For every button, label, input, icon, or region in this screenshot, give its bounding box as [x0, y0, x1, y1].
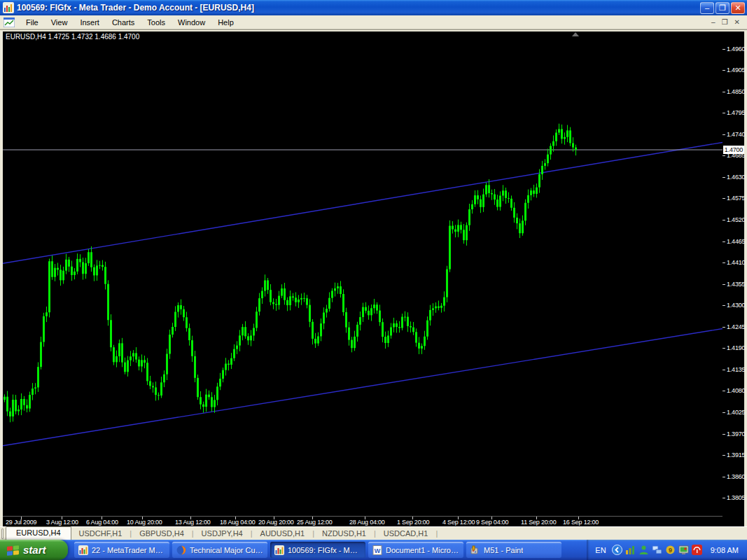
metatrader-icon [78, 545, 88, 555]
candle-body [202, 405, 204, 407]
candle-body [169, 335, 171, 354]
time-axis[interactable]: 29 Jul 20093 Aug 12:006 Aug 04:0010 Aug … [3, 516, 722, 527]
candle-body [99, 265, 101, 266]
price-tick [722, 284, 725, 285]
candle-body [85, 263, 87, 274]
menu-file[interactable]: File [20, 17, 45, 28]
chart-tab-eurusd[interactable]: EURUSD,H4 [6, 526, 71, 540]
chart-window-icon[interactable] [4, 18, 15, 27]
candlestick-plot[interactable] [3, 31, 722, 516]
candle-body [527, 195, 529, 203]
candle-body [550, 146, 552, 154]
mdi-restore-button[interactable]: ❐ [722, 18, 728, 26]
task-button[interactable]: 100569: FIGfx - Meta... [270, 542, 365, 558]
candle-body [18, 410, 20, 411]
candle-body [326, 309, 328, 312]
menu-tools[interactable]: Tools [141, 17, 172, 28]
candle-body [547, 155, 549, 163]
user-online-icon[interactable] [638, 545, 649, 555]
candle-body [482, 195, 484, 207]
minimize-button[interactable]: – [700, 2, 714, 14]
chart-area[interactable]: EURUSD,H4 1.4725 1.4732 1.4686 1.4700 1.… [3, 31, 744, 527]
candle-body [48, 261, 50, 312]
price-tick [722, 70, 725, 71]
candle-body [370, 308, 372, 315]
candle-body [163, 374, 165, 383]
candle-body [90, 252, 92, 267]
candle-body [172, 327, 174, 335]
language-collapse-icon[interactable] [612, 545, 622, 555]
task-button[interactable]: WDocument1 - Microsof... [368, 542, 463, 558]
restore-button[interactable]: ❐ [715, 2, 729, 14]
candle-body [312, 322, 314, 339]
menu-charts[interactable]: Charts [106, 17, 141, 28]
candle-body [32, 388, 34, 395]
task-button[interactable]: 22 - MetaTrader Man... [74, 542, 169, 558]
mdi-close-button[interactable]: ✕ [734, 18, 740, 26]
candle-body [233, 349, 235, 358]
candle-body [516, 218, 518, 223]
price-tick-label: 1.4080 [727, 387, 745, 394]
menu-window[interactable]: Window [172, 17, 211, 28]
task-label: Document1 - Microsof... [386, 546, 459, 554]
antivirus-icon[interactable] [692, 545, 702, 555]
tabbar-grip[interactable] [1, 528, 4, 539]
chart-tab-usdcad[interactable]: USDCAD,H1 [376, 528, 436, 540]
candle-body [485, 185, 487, 194]
candle-body [390, 327, 392, 335]
system-tray: EN 9 9:08 AM [587, 540, 747, 560]
candle-body [331, 290, 333, 298]
chart-manager-icon[interactable] [625, 545, 636, 555]
candle-body [524, 203, 526, 220]
candle-body [412, 328, 414, 332]
price-tick-label: 1.4025 [727, 409, 745, 416]
candle-body [256, 312, 258, 328]
chart-tab-audusd[interactable]: AUDUSD,H1 [253, 528, 313, 540]
price-tick-label: 1.4190 [727, 344, 745, 351]
candle-body [457, 225, 459, 232]
time-tick-label: 3 Aug 12:00 [46, 519, 78, 526]
chart-tab-nzdusd[interactable]: NZDUSD,H1 [314, 528, 374, 540]
candle-body [496, 200, 498, 207]
candle-body [205, 395, 207, 407]
price-tick-label: 1.4740 [727, 131, 745, 138]
chart-tab-usdjpy[interactable]: USDJPY,H4 [194, 528, 251, 540]
mdi-minimize-button[interactable]: – [711, 18, 715, 26]
price-tick [722, 92, 725, 92]
task-button[interactable]: M51 - Paint [466, 542, 561, 558]
chart-tab-gbpusd[interactable]: GBPUSD,H4 [132, 528, 192, 540]
price-tick-label: 1.4630 [727, 174, 745, 181]
candle-body [471, 204, 473, 209]
clock[interactable]: 9:08 AM [711, 546, 739, 554]
candle-body [566, 130, 568, 136]
candle-body [558, 129, 560, 132]
display-settings-icon[interactable] [678, 545, 689, 555]
candle-body [88, 252, 90, 263]
start-button[interactable]: start [0, 540, 68, 560]
candle-body [214, 400, 216, 407]
candle-body [474, 195, 476, 204]
menu-view[interactable]: View [45, 17, 74, 28]
task-button[interactable]: Technical Major Curre... [172, 542, 267, 558]
chart-shift-marker[interactable] [572, 32, 579, 36]
candle-body [141, 360, 143, 366]
candle-body [258, 298, 260, 312]
menu-insert[interactable]: Insert [74, 17, 106, 28]
word-icon: W [372, 545, 382, 555]
price-tick-label: 1.3805 [727, 494, 745, 501]
price-axis[interactable]: 1.49601.49051.48501.47951.47401.46851.46… [722, 31, 744, 516]
price-tick-label: 1.4795 [727, 109, 745, 116]
language-indicator[interactable]: EN [595, 546, 606, 554]
volume-icon[interactable]: 9 [665, 545, 676, 555]
close-button[interactable]: ✕ [731, 2, 745, 14]
menu-help[interactable]: Help [211, 17, 240, 28]
candle-body [508, 198, 510, 199]
svg-text:W: W [375, 547, 381, 554]
tab-divider: | [435, 528, 438, 540]
price-tick [722, 348, 725, 349]
candle-body [174, 312, 176, 327]
upper-channel-line[interactable] [3, 142, 722, 263]
chart-tab-usdchf[interactable]: USDCHF,H1 [71, 528, 130, 540]
network-icon[interactable] [652, 545, 662, 555]
candle-body [60, 270, 62, 280]
